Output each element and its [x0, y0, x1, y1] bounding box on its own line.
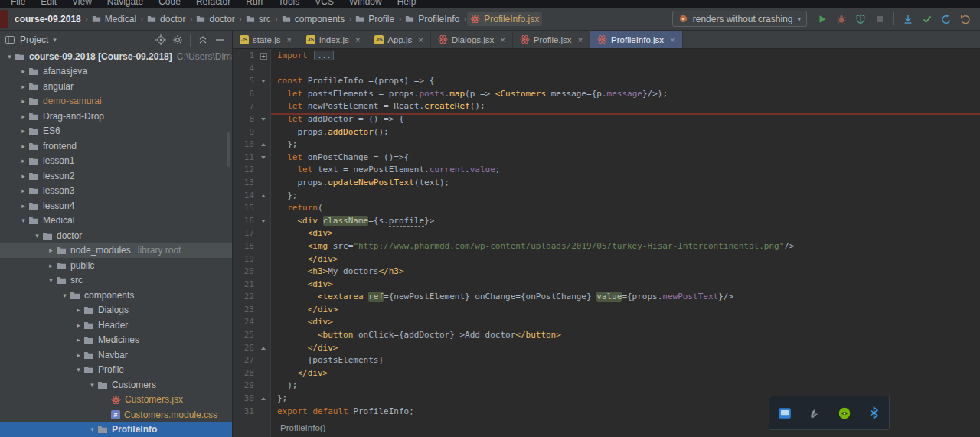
breadcrumb-item-profileinfo[interactable]: ProfileInfo — [402, 12, 462, 26]
line-number[interactable]: 12 — [233, 164, 256, 177]
code-line-21[interactable]: 21 <div> — [233, 279, 980, 292]
tree-item-node-modules[interactable]: ▸node_moduleslibrary root — [0, 243, 232, 259]
expand-arrow-icon[interactable]: ▸ — [18, 83, 28, 90]
tab-dialogs-jsx[interactable]: Dialogs.jsx× — [431, 31, 513, 48]
code-line-24[interactable]: 24 <div> — [233, 316, 980, 329]
tree-item-drag-and-drop[interactable]: ▸Drag-and-Drop — [0, 109, 232, 124]
code-line-6[interactable]: 6 let postsElements = props.posts.map(p … — [233, 88, 980, 101]
close-icon[interactable]: × — [286, 35, 291, 44]
menu-view[interactable]: View — [64, 0, 100, 8]
code-line-15[interactable]: 15 return( — [233, 202, 980, 215]
expand-arrow-icon[interactable]: ▸ — [74, 306, 83, 314]
expand-arrow-icon[interactable]: ▸ — [18, 127, 28, 135]
line-number[interactable]: 15 — [233, 202, 256, 215]
run-button[interactable] — [814, 11, 831, 28]
fold-marker-icon[interactable] — [256, 152, 271, 165]
tray-display-app[interactable] — [776, 405, 793, 422]
run-config-select[interactable]: renders without crashing ▾ — [672, 11, 807, 27]
line-number[interactable]: 7 — [233, 100, 256, 113]
fold-marker-icon[interactable] — [256, 342, 271, 355]
fold-marker-icon[interactable]: + — [256, 50, 271, 63]
line-number[interactable]: 11 — [233, 152, 256, 165]
tree-item-demo-samurai[interactable]: ▸demo-samurai — [0, 94, 232, 109]
breadcrumb-item-components[interactable]: components — [279, 12, 348, 26]
line-number[interactable]: 23 — [233, 304, 256, 317]
tray-bluetooth[interactable] — [866, 405, 883, 422]
tab-state-js[interactable]: JSstate.js× — [233, 31, 299, 48]
collapse-arrow-icon[interactable]: ▾ — [74, 366, 83, 373]
code-line-11[interactable]: 11 let onPostChange = ()=>{ — [233, 152, 980, 165]
breadcrumb-item-doctor[interactable]: doctor — [193, 12, 237, 26]
breadcrumb-item-doctor[interactable]: doctor — [144, 12, 188, 26]
breadcrumb-item-src[interactable]: src — [243, 12, 274, 26]
line-number[interactable]: 9 — [233, 126, 256, 139]
line-number[interactable]: 18 — [233, 240, 256, 253]
expand-arrow-icon[interactable]: ▸ — [46, 246, 56, 254]
expand-arrow-icon[interactable]: ▸ — [18, 113, 28, 120]
line-number[interactable]: 10 — [233, 139, 256, 152]
code-line-13[interactable]: 13 props.updateNewPostText(text); — [233, 177, 980, 190]
line-number[interactable]: 4 — [233, 63, 256, 76]
close-icon[interactable]: × — [500, 35, 505, 44]
tray-claw-app[interactable] — [806, 405, 823, 422]
code-token[interactable]: ... — [314, 51, 334, 60]
line-number[interactable]: 19 — [233, 253, 256, 266]
line-number[interactable]: 31 — [233, 406, 256, 419]
collapse-all-button[interactable] — [195, 32, 211, 47]
expand-arrow-icon[interactable]: ▸ — [74, 351, 83, 359]
line-number[interactable]: 6 — [233, 88, 256, 101]
editor-breadcrumb[interactable]: ProfileInfo() — [280, 423, 325, 435]
tab-profile-jsx[interactable]: Profile.jsx× — [513, 31, 590, 48]
fold-marker-icon[interactable] — [256, 190, 271, 203]
breadcrumb-item-profile[interactable]: Profile — [352, 12, 397, 26]
fold-marker-icon[interactable] — [256, 113, 271, 126]
collapse-arrow-icon[interactable]: ▾ — [32, 232, 42, 240]
menu-window[interactable]: Window — [341, 0, 390, 8]
expand-arrow-icon[interactable]: ▸ — [74, 336, 83, 344]
code-line-7[interactable]: 7 let newPostElement = React.createRef()… — [233, 100, 980, 113]
code-line-26[interactable]: 26 </div> — [233, 342, 980, 355]
fold-marker-icon[interactable] — [256, 215, 271, 228]
line-number[interactable]: 17 — [233, 227, 256, 240]
code-line-27[interactable]: 27 {postsElements} — [233, 354, 980, 367]
line-number[interactable]: 27 — [233, 354, 256, 367]
fold-marker-icon[interactable] — [256, 75, 271, 88]
tree-item-dialogs[interactable]: ▸Dialogs — [0, 303, 232, 318]
code-line-12[interactable]: 12 let text = newPostElement.current.val… — [233, 164, 980, 177]
update-project-button[interactable] — [900, 11, 916, 28]
tab-profileinfo-jsx[interactable]: ProfileInfo.jsx× — [590, 31, 682, 48]
collapse-arrow-icon[interactable]: ▾ — [87, 381, 97, 389]
expand-arrow-icon[interactable]: ▸ — [18, 172, 28, 180]
tree-item-lesson3[interactable]: ▸lesson3 — [0, 184, 232, 199]
expand-arrow-icon[interactable]: ▸ — [18, 97, 28, 105]
menu-refactor[interactable]: Refactor — [188, 0, 238, 8]
hide-panel-button[interactable] — [212, 32, 227, 47]
breadcrumb-item-course-09-2018[interactable]: course-09.2018 — [11, 12, 84, 26]
expand-arrow-icon[interactable]: ▸ — [18, 142, 28, 150]
line-number[interactable]: 13 — [233, 177, 256, 190]
tree-item-profile[interactable]: ▾Profile — [0, 363, 232, 378]
tree-item-afanasjeva[interactable]: ▸afanasjeva — [0, 64, 232, 80]
line-number[interactable]: 20 — [233, 266, 256, 279]
tree-item-lesson2[interactable]: ▸lesson2 — [0, 168, 232, 184]
menu-help[interactable]: Help — [390, 0, 424, 8]
close-icon[interactable]: × — [355, 35, 360, 44]
rollback-button[interactable] — [938, 11, 955, 28]
tree-item-components[interactable]: ▾components — [0, 288, 232, 303]
line-number[interactable]: 22 — [233, 291, 256, 304]
breadcrumb-item-medical[interactable]: Medical — [89, 12, 139, 26]
menu-run[interactable]: Run — [238, 0, 270, 8]
breadcrumb-item-profileinfo-jsx[interactable]: ProfileInfo.jsx — [467, 12, 542, 26]
expand-arrow-icon[interactable]: ▸ — [18, 202, 28, 210]
expand-arrow-icon[interactable]: ▸ — [18, 67, 28, 75]
tree-item-customers-module-css[interactable]: #Customers.module.css — [0, 407, 232, 422]
tree-item-src[interactable]: ▾src — [0, 273, 232, 289]
code-line-23[interactable]: 23 </div> — [233, 304, 980, 317]
collapse-arrow-icon[interactable]: ▾ — [46, 276, 56, 284]
collapse-arrow-icon[interactable]: ▾ — [60, 292, 70, 299]
code-line-17[interactable]: 17 <div> — [233, 227, 980, 240]
tree-item-customers-jsx[interactable]: Customers.jsx — [0, 393, 232, 408]
line-number[interactable]: 21 — [233, 279, 256, 292]
tree-item-es6[interactable]: ▸ES6 — [0, 124, 232, 139]
line-number[interactable]: 16 — [233, 215, 256, 228]
